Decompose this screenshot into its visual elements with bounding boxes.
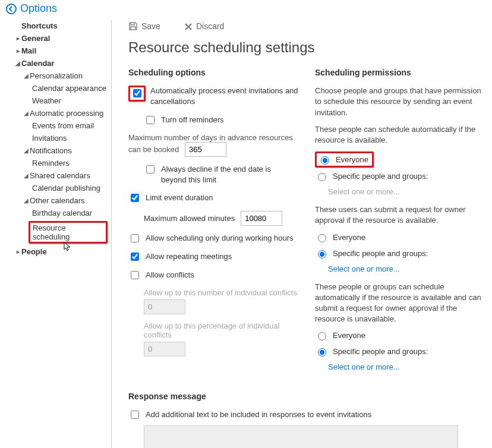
cal-appearance-label: Calendar appearance bbox=[32, 84, 106, 93]
conflicts-checkbox[interactable] bbox=[131, 271, 139, 279]
sidebar-item-weather[interactable]: Weather bbox=[7, 94, 108, 107]
sidebar-item-calendar-appearance[interactable]: Calendar appearance bbox=[7, 82, 108, 94]
shared-cal-label: Shared calendars bbox=[30, 171, 90, 180]
group2-everyone-radio[interactable] bbox=[318, 234, 326, 242]
sidebar: ▸Shortcuts ▸General ▸Mail ◢Calendar ◢Per… bbox=[7, 20, 112, 448]
general-label: General bbox=[21, 34, 50, 43]
shortcuts-label: Shortcuts bbox=[21, 21, 58, 30]
back-icon[interactable] bbox=[6, 4, 17, 14]
group1-label: These people can schedule automatically … bbox=[315, 124, 485, 146]
group2-select-link[interactable]: Select one or more... bbox=[328, 264, 400, 273]
limit-duration-label: Limit event duration bbox=[146, 193, 213, 203]
sidebar-item-shared-calendars[interactable]: ◢Shared calendars bbox=[7, 169, 108, 182]
always-decline-row[interactable]: Always decline if the end date is beyond… bbox=[144, 164, 298, 185]
auto-process-row[interactable]: Automatically process event invitations … bbox=[128, 86, 298, 107]
max-days-input[interactable] bbox=[185, 142, 226, 157]
response-add-text-checkbox[interactable] bbox=[131, 411, 139, 419]
group1-everyone-label: Everyone bbox=[336, 155, 368, 164]
group1-everyone-row[interactable]: Everyone bbox=[318, 154, 368, 165]
sidebar-item-resource-scheduling[interactable]: Resource scheduling bbox=[7, 219, 108, 245]
group3-specific-row[interactable]: Specific people and groups: bbox=[315, 346, 485, 356]
ind-conflicts-label: Allow up to this number of individual co… bbox=[144, 288, 298, 297]
working-hours-row[interactable]: Allow scheduling only during working hou… bbox=[128, 233, 298, 244]
group3-label: These people or groups can schedule auto… bbox=[315, 282, 485, 325]
group3-everyone-row[interactable]: Everyone bbox=[315, 330, 485, 340]
limit-duration-row[interactable]: Limit event duration bbox=[128, 193, 298, 204]
max-minutes-input[interactable] bbox=[241, 211, 282, 226]
group1-specific-radio[interactable] bbox=[318, 173, 326, 181]
auto-process-label: Automatically process event invitations … bbox=[150, 86, 298, 107]
scheduling-permissions-head: Scheduling permissions bbox=[315, 68, 485, 77]
resource-sched-label: Resource scheduling bbox=[33, 223, 70, 241]
response-textarea bbox=[144, 425, 458, 448]
group3-specific-label: Specific people and groups: bbox=[333, 347, 428, 356]
discard-button[interactable]: Discard bbox=[184, 21, 224, 31]
group2-everyone-label: Everyone bbox=[333, 233, 365, 242]
group3-select-link[interactable]: Select one or more... bbox=[328, 362, 400, 371]
group3-everyone-label: Everyone bbox=[333, 331, 365, 340]
always-decline-label: Always decline if the end date is beyond… bbox=[161, 164, 298, 185]
response-add-text-row[interactable]: Add additional text to be included in re… bbox=[128, 409, 461, 421]
options-title: Options bbox=[20, 2, 57, 15]
max-minutes-label: Maximum allowed minutes bbox=[144, 214, 235, 223]
ind-conflicts-input bbox=[144, 299, 185, 314]
group1-specific-label: Specific people and groups: bbox=[333, 172, 428, 181]
conflicts-row[interactable]: Allow conflicts bbox=[128, 270, 298, 281]
group2-label: These users can submit a request for own… bbox=[315, 204, 485, 226]
permissions-intro: Choose people and groups that have permi… bbox=[315, 86, 485, 118]
page-title: Resource scheduling settings bbox=[128, 39, 485, 56]
sidebar-item-automatic-processing[interactable]: ◢Automatic processing bbox=[7, 107, 108, 119]
reminders-label: Reminders bbox=[32, 159, 70, 168]
pct-conflicts-input bbox=[144, 342, 185, 356]
turn-off-reminders-row[interactable]: Turn off reminders bbox=[144, 115, 298, 126]
personalization-label: Personalization bbox=[30, 71, 83, 80]
group3-specific-radio[interactable] bbox=[318, 348, 326, 356]
group2-everyone-row[interactable]: Everyone bbox=[315, 232, 485, 242]
sidebar-item-notifications[interactable]: ◢Notifications bbox=[7, 144, 108, 157]
conflicts-label: Allow conflicts bbox=[146, 270, 194, 280]
working-hours-checkbox[interactable] bbox=[131, 234, 139, 242]
notifications-label: Notifications bbox=[30, 146, 72, 155]
mail-label: Mail bbox=[21, 46, 36, 55]
sidebar-item-shortcuts[interactable]: ▸Shortcuts bbox=[7, 20, 108, 32]
working-hours-label: Allow scheduling only during working hou… bbox=[146, 233, 294, 244]
repeating-label: Allow repeating meetings bbox=[146, 251, 232, 262]
limit-duration-checkbox[interactable] bbox=[131, 194, 139, 202]
group2-specific-label: Specific people and groups: bbox=[333, 249, 428, 258]
pct-conflicts-label: Allow up to this percentage of individua… bbox=[144, 321, 298, 339]
sidebar-item-reminders[interactable]: Reminders bbox=[7, 157, 108, 169]
discard-label: Discard bbox=[196, 21, 224, 31]
calendar-label: Calendar bbox=[21, 59, 55, 68]
turn-off-reminders-label: Turn off reminders bbox=[161, 115, 224, 125]
group2-specific-row[interactable]: Specific people and groups: bbox=[315, 248, 485, 258]
sidebar-item-calendar[interactable]: ◢Calendar bbox=[7, 57, 108, 70]
sidebar-item-invitations[interactable]: Invitations bbox=[7, 132, 108, 144]
events-email-label: Events from email bbox=[32, 121, 94, 130]
auto-proc-label: Automatic processing bbox=[30, 109, 103, 118]
turn-off-reminders-checkbox[interactable] bbox=[146, 116, 154, 124]
sidebar-item-other-calendars[interactable]: ◢Other calendars bbox=[7, 194, 108, 207]
birthday-label: Birthday calendar bbox=[32, 209, 92, 217]
always-decline-checkbox[interactable] bbox=[146, 165, 154, 173]
sidebar-item-general[interactable]: ▸General bbox=[7, 32, 108, 45]
repeating-row[interactable]: Allow repeating meetings bbox=[128, 251, 298, 263]
invitations-label: Invitations bbox=[32, 134, 67, 143]
group1-select-link: Select one or more... bbox=[328, 187, 400, 196]
auto-process-checkbox[interactable] bbox=[133, 89, 141, 97]
save-button[interactable]: Save bbox=[128, 21, 160, 31]
sidebar-item-events-from-email[interactable]: Events from email bbox=[7, 119, 108, 132]
sidebar-item-personalization[interactable]: ◢Personalization bbox=[7, 70, 108, 82]
response-head: Response message bbox=[128, 392, 461, 401]
sidebar-item-calendar-publishing[interactable]: Calendar publishing bbox=[7, 182, 108, 194]
group1-specific-row[interactable]: Specific people and groups: bbox=[315, 171, 485, 181]
group2-specific-radio[interactable] bbox=[318, 250, 326, 258]
discard-icon bbox=[184, 21, 193, 31]
group3-everyone-radio[interactable] bbox=[318, 332, 326, 340]
sidebar-item-birthday-calendar[interactable]: Birthday calendar bbox=[7, 207, 108, 219]
sidebar-item-mail[interactable]: ▸Mail bbox=[7, 45, 108, 57]
group1-everyone-radio[interactable] bbox=[321, 156, 329, 165]
repeating-checkbox[interactable] bbox=[131, 253, 139, 261]
other-cal-label: Other calendars bbox=[30, 196, 85, 205]
save-icon bbox=[128, 21, 138, 31]
sidebar-item-people[interactable]: ▸People bbox=[7, 245, 108, 258]
